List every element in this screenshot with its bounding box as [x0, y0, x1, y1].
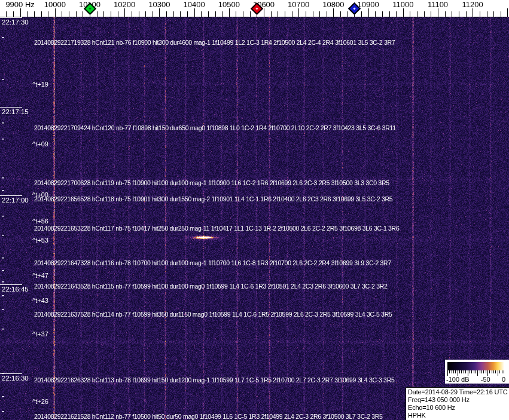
time-offset-marker: ^t+26 [32, 398, 48, 405]
ruler-minor-tick [424, 11, 425, 17]
ruler-minor-tick [278, 11, 278, 17]
detection-log-line: 20140829221647328 hCnt116 nb-78 f10700 h… [34, 259, 391, 266]
ruler-label-10800: 10800 [322, 0, 344, 9]
ruler-minor-tick [13, 11, 14, 17]
ruler-minor-tick [306, 11, 306, 17]
time-label: 22:17:30 [2, 19, 29, 26]
ruler-minor-tick [145, 11, 146, 17]
ruler-minor-tick [34, 11, 35, 17]
time-label: 22:16:30 [2, 375, 29, 382]
event-time-tick [2, 190, 4, 191]
intensity-scale-legend: -100 dB -50 0 [445, 360, 509, 384]
ruler-minor-tick [466, 11, 467, 17]
event-time-tick [2, 281, 4, 282]
detection-log-line: 20140829221621528 hCnt112 nb-77 f10500 h… [34, 413, 383, 420]
event-time-tick [2, 177, 4, 178]
colormap-gradient-bar [447, 362, 504, 370]
ruler-minor-tick [493, 11, 494, 17]
ruler-minor-tick [41, 11, 42, 17]
ruler-minor-tick [153, 11, 153, 17]
ruler-label-10200: 10200 [114, 0, 135, 9]
ruler-minor-tick [180, 11, 181, 17]
ruler-minor-tick [271, 11, 272, 17]
ruler-minor-tick [27, 11, 28, 17]
ruler-minor-tick [327, 11, 327, 17]
time-offset-marker: ^t+47 [32, 272, 48, 279]
ruler-minor-tick [292, 11, 292, 17]
ruler-minor-tick [118, 11, 118, 17]
detection-log-line: 20140829221709424 hCnt120 nb-77 f10898 h… [34, 124, 396, 131]
ruler-label-11200: 11200 [462, 0, 483, 9]
event-time-tick [2, 373, 4, 373]
ruler-minor-tick [6, 11, 7, 17]
ruler-minor-tick [487, 11, 487, 17]
ruler-minor-tick [459, 11, 459, 17]
time-offset-marker: ^t+56 [32, 217, 48, 225]
ruler-minor-tick [410, 11, 410, 17]
ruler-minor-tick [431, 11, 431, 17]
ruler-minor-tick [103, 11, 104, 17]
event-time-tick [2, 37, 4, 38]
marker-blue-center-dot [353, 7, 356, 10]
annotation-overlay: 22:17:3022:17:1522:17:0022:16:4522:16:30… [0, 0, 509, 420]
ruler-minor-tick [215, 11, 216, 17]
detection-log-line: 20140829221637528 hCnt114 nb-77 f10599 h… [34, 311, 392, 318]
marker-green-center-dot [89, 7, 91, 10]
time-label-overline [0, 195, 22, 196]
ruler-minor-tick [111, 11, 111, 17]
meteor-spectrogram-app: 9900 Hz100001010010200103001040010500106… [0, 0, 509, 420]
detection-log-line: 20140829221653228 hCnt117 nb-75 f10417 h… [34, 225, 399, 232]
ruler-minor-tick [243, 11, 243, 17]
event-time-tick [2, 79, 4, 79]
event-time-tick [2, 411, 4, 412]
detection-log-line: 20140829221643528 hCnt115 nb-77 f10599 h… [34, 283, 388, 290]
ruler-label-10500: 10500 [218, 0, 240, 9]
time-label-overline [0, 17, 22, 18]
ruler-label-10400: 10400 [184, 0, 205, 9]
ruler-label-9900: 9900 Hz [5, 0, 34, 9]
ruler-label-10300: 10300 [148, 0, 170, 9]
ruler-minor-tick [382, 11, 383, 17]
ruler-minor-tick [501, 11, 501, 17]
event-time-tick [2, 295, 4, 296]
scale-label-max: 0 [502, 376, 505, 383]
ruler-major-tick [333, 8, 334, 17]
detection-log-line: 20140829221656528 hCnt118 nb-75 f10901 h… [34, 195, 392, 203]
ruler-minor-tick [208, 11, 209, 17]
ruler-major-tick [124, 8, 125, 17]
ruler-minor-tick [452, 11, 452, 17]
ruler-major-tick [194, 8, 195, 17]
ruler-minor-tick [201, 11, 202, 17]
ruler-label-10900: 10900 [358, 0, 379, 9]
ruler-major-tick [507, 8, 508, 17]
detection-log-line: 20140829221700628 hCnt119 nb-75 f10900 h… [34, 179, 389, 186]
event-time-tick [2, 216, 4, 216]
time-label: 22:17:00 [2, 197, 29, 204]
ruler-major-tick [298, 8, 299, 17]
ruler-minor-tick [166, 11, 167, 17]
ruler-minor-tick [250, 11, 251, 17]
event-time-tick [2, 235, 4, 235]
ruler-major-tick [55, 8, 56, 17]
ruler-minor-tick [361, 11, 362, 17]
ruler-minor-tick [97, 11, 97, 17]
ruler-minor-tick [285, 11, 285, 17]
event-time-tick [2, 257, 4, 258]
scale-labels: -100 dB -50 0 [446, 376, 505, 383]
frequency-ruler: 9900 Hz100001010010200103001040010500106… [0, 0, 509, 17]
event-time-tick [2, 122, 4, 123]
time-label-overline [0, 107, 22, 108]
ruler-minor-tick [76, 11, 77, 17]
ruler-minor-tick [480, 11, 480, 17]
ruler-major-tick [473, 8, 473, 17]
ruler-major-tick [229, 8, 230, 17]
ruler-major-tick [159, 8, 160, 17]
event-time-tick [2, 309, 4, 309]
ruler-minor-tick [187, 11, 188, 17]
ruler-minor-tick [340, 11, 341, 17]
detection-log-line: 20140829221719328 hCnt121 nb-76 f10900 h… [34, 39, 395, 46]
time-offset-marker: ^t+09 [32, 140, 48, 148]
time-label: 22:16:45 [2, 286, 29, 293]
observation-info-box: Date=2014-08-29 Time=22:16 UTC Freq=143 … [406, 387, 509, 420]
time-label-overline [0, 284, 22, 285]
